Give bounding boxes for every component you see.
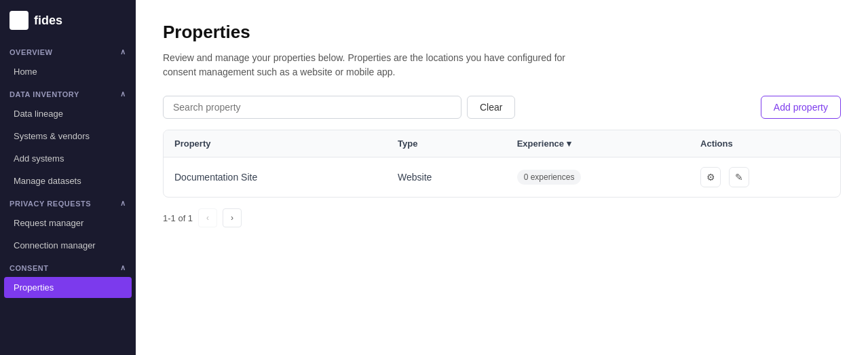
main-content: Properties Review and manage your proper…: [136, 0, 868, 355]
clear-button[interactable]: Clear: [467, 96, 515, 119]
col-property: Property: [164, 130, 387, 157]
sidebar-section-overview-label: OVERVIEW: [10, 48, 53, 56]
table-row: Documentation Site Website 0 experiences…: [164, 157, 840, 198]
sidebar-item-request-manager[interactable]: Request manager: [4, 212, 132, 233]
experience-sort-icon: ▾: [567, 138, 571, 149]
actions-cell: ⚙ ✎: [700, 167, 829, 187]
next-page-button[interactable]: ›: [223, 208, 242, 227]
cell-actions: ⚙ ✎: [690, 157, 840, 198]
col-type: Type: [387, 130, 506, 157]
settings-icon-button[interactable]: ⚙: [700, 167, 721, 187]
logo-box: [10, 11, 29, 30]
table-body: Documentation Site Website 0 experiences…: [164, 157, 840, 198]
properties-table-wrapper: Property Type Experience ▾ Actions: [163, 130, 841, 198]
sidebar-item-manage-datasets[interactable]: Manage datasets: [4, 170, 132, 191]
sidebar-item-home[interactable]: Home: [4, 61, 132, 82]
pagination-summary: 1-1 of 1: [163, 213, 193, 223]
logo-text: fides: [34, 14, 62, 28]
sidebar: fides OVERVIEW ∧ Home DATA INVENTORY ∧ D…: [0, 0, 136, 355]
sidebar-item-data-lineage[interactable]: Data lineage: [4, 103, 132, 124]
search-input[interactable]: [163, 96, 461, 119]
search-row: Clear: [163, 96, 515, 119]
cell-property: Documentation Site: [164, 157, 387, 198]
page-title: Properties: [163, 22, 841, 43]
sidebar-item-connection-manager[interactable]: Connection manager: [4, 235, 132, 256]
edit-icon-button[interactable]: ✎: [729, 167, 749, 187]
page-description: Review and manage your properties below.…: [163, 51, 597, 79]
add-property-button[interactable]: Add property: [761, 96, 841, 119]
table-header: Property Type Experience ▾ Actions: [164, 130, 840, 157]
sidebar-section-privacy-requests-label: PRIVACY REQUESTS: [10, 200, 91, 208]
overview-chevron-icon: ∧: [120, 48, 126, 56]
cell-type: Website: [387, 157, 506, 198]
pagination: 1-1 of 1 ‹ ›: [163, 208, 841, 227]
sidebar-section-consent-label: CONSENT: [10, 264, 49, 272]
chevron-left-icon: ‹: [206, 213, 209, 223]
sidebar-section-consent[interactable]: CONSENT ∧: [0, 257, 136, 276]
chevron-right-icon: ›: [231, 213, 233, 223]
sidebar-section-data-inventory-label: DATA INVENTORY: [10, 90, 79, 98]
sidebar-section-overview[interactable]: OVERVIEW ∧: [0, 41, 136, 60]
edit-icon: ✎: [735, 172, 743, 183]
data-inventory-chevron-icon: ∧: [120, 90, 126, 98]
sidebar-item-systems-vendors[interactable]: Systems & vendors: [4, 126, 132, 147]
toolbar: Clear Add property: [163, 96, 841, 119]
experience-badge: 0 experiences: [517, 170, 582, 185]
sidebar-item-properties[interactable]: Properties: [4, 277, 132, 298]
cell-experience: 0 experiences: [506, 157, 690, 198]
sidebar-item-add-systems[interactable]: Add systems: [4, 148, 132, 169]
prev-page-button[interactable]: ‹: [198, 208, 217, 227]
settings-icon: ⚙: [706, 172, 715, 183]
sidebar-section-privacy-requests[interactable]: PRIVACY REQUESTS ∧: [0, 192, 136, 212]
col-actions: Actions: [690, 130, 840, 157]
consent-chevron-icon: ∧: [120, 263, 126, 272]
properties-table: Property Type Experience ▾ Actions: [164, 130, 840, 197]
col-experience[interactable]: Experience ▾: [506, 130, 690, 157]
sidebar-section-data-inventory[interactable]: DATA INVENTORY ∧: [0, 83, 136, 102]
logo: fides: [0, 0, 136, 41]
privacy-requests-chevron-icon: ∧: [120, 199, 126, 208]
